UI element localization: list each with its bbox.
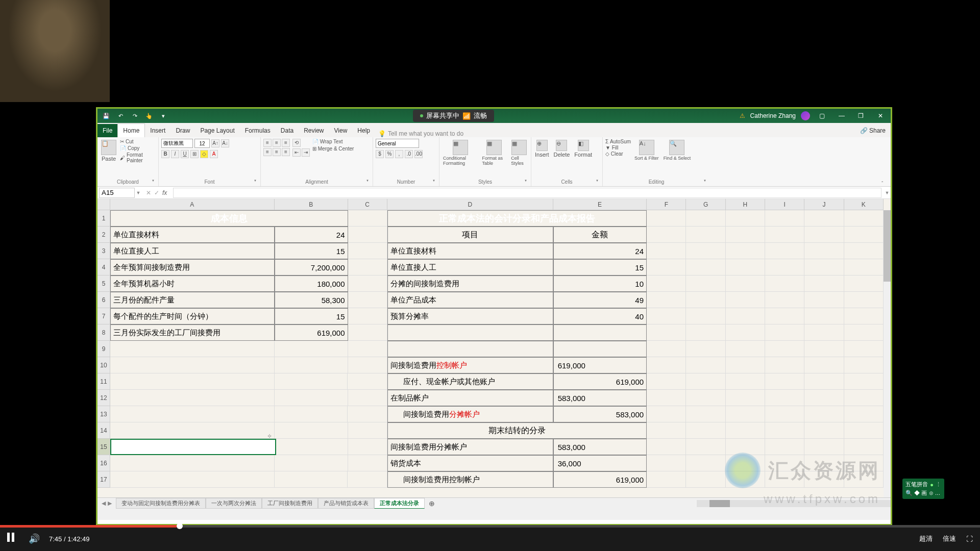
cell[interactable]	[726, 308, 765, 324]
cut-button[interactable]: ✂ Cut	[120, 139, 156, 144]
cell[interactable]: 期末结转的分录	[387, 422, 647, 439]
accept-formula-icon[interactable]: ✓	[154, 189, 159, 196]
cell[interactable]	[686, 390, 725, 406]
col-header-c[interactable]: C	[348, 199, 387, 210]
cell[interactable]	[647, 227, 686, 243]
cell[interactable]	[348, 243, 387, 259]
cell[interactable]	[765, 243, 804, 259]
cell[interactable]	[804, 422, 844, 439]
cell[interactable]	[647, 373, 686, 390]
scroll-thumb[interactable]	[884, 210, 891, 282]
cell[interactable]	[387, 341, 553, 357]
touch-icon[interactable]: 👆	[144, 111, 154, 120]
name-box[interactable]	[99, 188, 135, 198]
cell[interactable]: 7,200,000	[275, 259, 348, 276]
cell[interactable]	[647, 210, 686, 227]
format-cells-button[interactable]: ◧Format	[573, 139, 593, 159]
progress-thumb[interactable]	[177, 523, 183, 529]
col-header-e[interactable]: E	[553, 199, 647, 210]
cell[interactable]	[348, 422, 387, 439]
ime-indicator[interactable]: 五笔拼音●⋮ 🔍 ◆ 画 ⊙ …	[902, 479, 944, 499]
cell[interactable]: 销货成本	[387, 455, 553, 471]
cell[interactable]: 583,000	[553, 439, 647, 455]
inc-indent-button[interactable]: ⇥	[302, 148, 310, 157]
cell[interactable]	[275, 455, 348, 471]
borders-button[interactable]: ⊞	[190, 150, 199, 158]
cell[interactable]	[765, 422, 804, 439]
fx-icon[interactable]: fx	[162, 189, 167, 196]
cell[interactable]	[348, 308, 387, 324]
cell[interactable]	[844, 357, 884, 373]
format-painter-button[interactable]: 🖌 Format Painter	[120, 152, 156, 163]
col-header-g[interactable]: G	[686, 199, 725, 210]
cell[interactable]	[804, 357, 844, 373]
row-header-3[interactable]: 3	[97, 243, 110, 259]
font-size-select[interactable]	[194, 139, 210, 148]
cell[interactable]	[348, 373, 387, 390]
menu-draw[interactable]: Draw	[170, 124, 195, 137]
row-header-15[interactable]: 15	[97, 439, 110, 455]
col-header-d[interactable]: D	[387, 199, 553, 210]
cell[interactable]	[647, 406, 686, 422]
col-header-b[interactable]: B	[275, 199, 348, 210]
cell[interactable]	[765, 276, 804, 292]
cell[interactable]	[726, 341, 765, 357]
menu-review[interactable]: Review	[299, 124, 329, 137]
row-header-16[interactable]: 16	[97, 455, 110, 471]
cell[interactable]	[726, 357, 765, 373]
cell[interactable]	[348, 341, 387, 357]
cell[interactable]	[844, 243, 884, 259]
clear-button[interactable]: ◇ Clear	[605, 151, 631, 157]
avatar[interactable]	[801, 111, 810, 120]
cell[interactable]	[686, 243, 725, 259]
cell[interactable]	[765, 324, 804, 341]
cell[interactable]: 在制品帐户	[387, 390, 553, 406]
row-header-5[interactable]: 5	[97, 276, 110, 292]
cell[interactable]	[686, 308, 725, 324]
cell[interactable]	[686, 422, 725, 439]
sheet-tab[interactable]: 正常成本法分录	[374, 498, 425, 509]
cell[interactable]	[804, 276, 844, 292]
cell[interactable]: 15	[275, 243, 348, 259]
cell[interactable]	[804, 243, 844, 259]
cell[interactable]	[804, 259, 844, 276]
cell[interactable]	[765, 406, 804, 422]
cell[interactable]	[387, 324, 553, 341]
add-sheet-button[interactable]: ⊕	[425, 499, 439, 508]
cell[interactable]	[348, 390, 387, 406]
formula-input[interactable]	[173, 188, 881, 198]
cell[interactable]	[765, 341, 804, 357]
wrap-text-button[interactable]: 📄 Wrap Text	[312, 139, 354, 144]
cell[interactable]	[110, 341, 275, 357]
cell[interactable]: 三月份实际发生的工厂间接费用	[110, 324, 275, 341]
quality-button[interactable]: 超清	[919, 534, 933, 543]
row-header-6[interactable]: 6	[97, 292, 110, 308]
cell[interactable]	[686, 357, 725, 373]
select-all-corner[interactable]	[97, 199, 110, 210]
cell[interactable]	[110, 455, 275, 471]
row-header-13[interactable]: 13	[97, 406, 110, 422]
menu-insert[interactable]: Insert	[145, 124, 170, 137]
number-format-select[interactable]	[376, 139, 419, 148]
close-icon[interactable]: ✕	[873, 112, 888, 119]
cell[interactable]	[647, 308, 686, 324]
sheet-tab[interactable]: 产品与销货成本表	[318, 498, 374, 509]
cell[interactable]: 583,000	[553, 406, 647, 422]
paste-button[interactable]: 📋 Paste	[100, 139, 117, 163]
cell[interactable]	[686, 292, 725, 308]
cell[interactable]	[844, 292, 884, 308]
cell[interactable]	[844, 324, 884, 341]
cell[interactable]: 三月份的配件产量	[110, 292, 275, 308]
cell[interactable]	[765, 357, 804, 373]
cell[interactable]	[647, 243, 686, 259]
cell[interactable]	[726, 227, 765, 243]
cell-styles-button[interactable]: ▦Cell Styles	[510, 139, 528, 167]
cell[interactable]	[647, 341, 686, 357]
cell[interactable]: 40	[553, 308, 647, 324]
cell[interactable]: 619,000	[553, 471, 647, 488]
dec-decimal-button[interactable]: .00	[414, 150, 423, 158]
cell[interactable]	[804, 227, 844, 243]
cell[interactable]: 180,000	[275, 276, 348, 292]
cell[interactable]	[844, 227, 884, 243]
cell[interactable]	[686, 439, 725, 455]
